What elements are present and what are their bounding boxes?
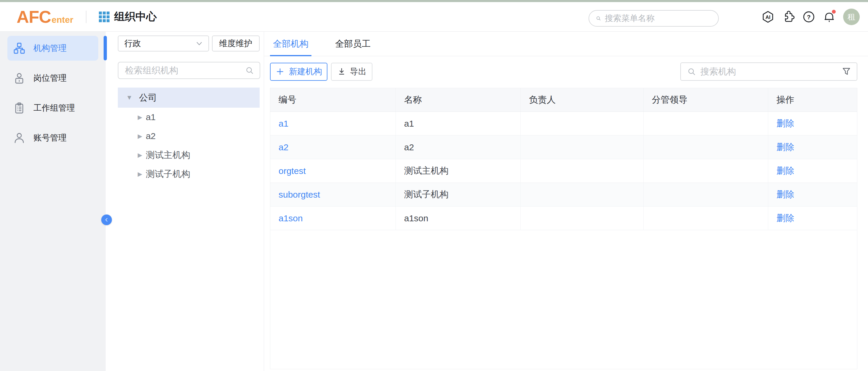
plus-icon — [275, 67, 285, 76]
new-org-button[interactable]: 新建机构 — [270, 63, 328, 81]
avatar-text: 租 — [847, 12, 855, 22]
cell-name: 测试子机构 — [396, 183, 521, 206]
avatar[interactable]: 租 — [843, 8, 860, 25]
tree-node[interactable]: ▶ a1 — [118, 108, 260, 127]
tab-all-employees[interactable]: 全部员工 — [332, 32, 374, 56]
delete-link[interactable]: 删除 — [777, 189, 794, 201]
user-icon — [13, 132, 25, 144]
header-actions: AI ? 租 — [762, 2, 860, 32]
header-divider — [86, 11, 87, 23]
export-button[interactable]: 导出 — [331, 63, 372, 81]
sidebar-item-account-management[interactable]: 账号管理 — [7, 126, 98, 150]
delete-link[interactable]: 删除 — [777, 165, 794, 177]
dimension-select-value: 行政 — [124, 38, 141, 49]
org-tree: ▼ 公司 ▶ a1 ▶ a2 ▶ 测试主机构 ▶ 测试子机构 — [118, 88, 260, 183]
plugin-puzzle-icon[interactable] — [782, 10, 795, 23]
tree-node-label: 测试子机构 — [146, 168, 190, 180]
org-code-link[interactable]: suborgtest — [279, 190, 320, 200]
cell-owner — [521, 112, 644, 135]
tree-node-company[interactable]: ▼ 公司 — [118, 88, 260, 108]
cell-leader — [644, 206, 768, 230]
filter-icon[interactable] — [841, 67, 851, 77]
main-panel: 全部机构 全部员工 新建机构 导出 — [264, 32, 868, 371]
org-table: 编号 名称 负责人 分管领导 操作 a1 a1 删除 a2 a2 — [270, 88, 857, 369]
table-row: a1son a1son 删除 — [270, 206, 857, 230]
caret-down-icon[interactable]: ▼ — [126, 94, 133, 101]
tab-label: 全部机构 — [273, 38, 308, 50]
sidebar-item-label: 机构管理 — [33, 43, 67, 54]
afcenter-logo[interactable]: AFC enter — [17, 7, 73, 27]
cell-name: a1 — [396, 112, 521, 135]
org-code-link[interactable]: a2 — [279, 142, 288, 153]
sidebar-item-workgroup-management[interactable]: 工作组管理 — [7, 96, 98, 121]
tab-label: 全部员工 — [335, 38, 371, 50]
org-search-box[interactable] — [680, 62, 857, 81]
cell-leader — [644, 135, 768, 159]
id-badge-icon — [13, 72, 25, 84]
sidebar: 机构管理 岗位管理 工作组管理 — [0, 32, 106, 371]
content-area: 机构管理 岗位管理 工作组管理 — [0, 32, 868, 371]
org-code-link[interactable]: a1 — [279, 119, 288, 129]
org-tree-search-box[interactable] — [118, 62, 260, 79]
cell-owner — [521, 135, 644, 159]
org-search-input[interactable] — [701, 67, 841, 77]
tree-node[interactable]: ▶ 测试主机构 — [118, 145, 260, 165]
notification-dot — [832, 10, 836, 13]
clipboard-icon — [13, 102, 25, 114]
dimension-maintain-button[interactable]: 维度维护 — [212, 35, 260, 52]
svg-text:?: ? — [807, 13, 811, 21]
table-row: a1 a1 删除 — [270, 112, 857, 135]
tree-node[interactable]: ▶ 测试子机构 — [118, 165, 260, 183]
tree-node[interactable]: ▶ a2 — [118, 127, 260, 145]
collapse-tree-button[interactable] — [101, 214, 112, 225]
caret-right-icon[interactable]: ▶ — [138, 133, 142, 140]
cell-leader — [644, 112, 768, 135]
search-icon — [245, 66, 254, 75]
logo-text-sub: enter — [52, 15, 73, 25]
delete-link[interactable]: 删除 — [777, 117, 794, 130]
sidebar-item-label: 工作组管理 — [33, 102, 75, 113]
org-chart-icon — [13, 42, 25, 54]
cell-owner — [521, 206, 644, 230]
notification-bell-icon[interactable] — [823, 10, 836, 23]
column-header-owner: 负责人 — [521, 88, 644, 111]
tree-node-label: a1 — [146, 112, 155, 122]
chevron-left-icon — [104, 217, 110, 223]
table-row: suborgtest 测试子机构 删除 — [270, 183, 857, 206]
column-header-leader: 分管领导 — [644, 88, 768, 111]
delete-link[interactable]: 删除 — [777, 141, 794, 153]
sidebar-item-position-management[interactable]: 岗位管理 — [7, 66, 98, 91]
org-code-link[interactable]: orgtest — [279, 166, 306, 176]
tree-node-label: 公司 — [139, 92, 157, 104]
help-icon[interactable]: ? — [802, 10, 815, 23]
menu-search-box[interactable] — [589, 10, 719, 27]
caret-right-icon[interactable]: ▶ — [138, 170, 142, 177]
tree-node-label: a2 — [146, 131, 155, 141]
column-header-action: 操作 — [768, 88, 857, 111]
table-row: orgtest 测试主机构 删除 — [270, 159, 857, 183]
org-tree-search-input[interactable] — [125, 65, 245, 75]
active-tab-underline — [270, 55, 311, 56]
caret-right-icon[interactable]: ▶ — [138, 151, 142, 159]
cell-leader — [644, 159, 768, 182]
cell-name: 测试主机构 — [396, 159, 521, 182]
top-accent-strip — [0, 0, 868, 2]
logo-text-main: AFC — [17, 7, 51, 27]
org-code-link[interactable]: a1son — [279, 213, 303, 223]
org-tree-panel: 行政 维度维护 ▼ 公司 ▶ a1 ▶ a2 — [106, 32, 264, 371]
app-grid-icon[interactable] — [99, 11, 110, 22]
menu-search-input[interactable] — [605, 13, 712, 23]
delete-link[interactable]: 删除 — [777, 212, 794, 224]
table-row: a2 a2 删除 — [270, 135, 857, 159]
search-icon — [596, 14, 601, 23]
svg-text:AI: AI — [766, 14, 771, 20]
tree-node-label: 测试主机构 — [146, 149, 190, 161]
tab-all-orgs[interactable]: 全部机构 — [270, 32, 311, 56]
caret-right-icon[interactable]: ▶ — [138, 113, 142, 121]
app-header: AFC enter 组织中心 AI ? — [0, 2, 868, 32]
sidebar-item-org-management[interactable]: 机构管理 — [7, 36, 98, 61]
dimension-select[interactable]: 行政 — [118, 35, 209, 52]
ai-assistant-icon[interactable]: AI — [762, 10, 774, 23]
search-icon — [687, 67, 696, 76]
cell-name: a2 — [396, 135, 521, 159]
